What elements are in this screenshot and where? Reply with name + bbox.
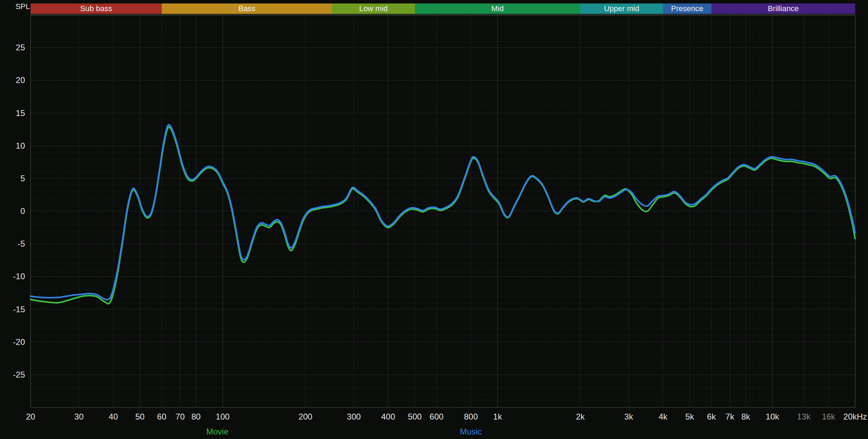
legend-music: Music bbox=[460, 427, 482, 437]
x-tick-7k: 7k bbox=[725, 412, 734, 422]
x-tick-400: 400 bbox=[381, 412, 395, 422]
frequency-response-chart bbox=[0, 0, 868, 439]
x-tick-1k: 1k bbox=[493, 412, 502, 422]
y-tick--15: -15 bbox=[13, 305, 25, 314]
x-tick-16k: 16k bbox=[822, 412, 835, 422]
x-tick-10k: 10k bbox=[766, 412, 779, 422]
series-movie-curve bbox=[31, 127, 855, 304]
y-axis-tick-labels: 2520151050-5-10-15-20-25 bbox=[3, 0, 25, 439]
x-tick-100: 100 bbox=[216, 412, 229, 422]
chart-grid bbox=[31, 15, 855, 407]
y-tick-10: 10 bbox=[16, 141, 25, 151]
x-axis-tick-labels: 203040506070801002003004005006008001k2k3… bbox=[0, 412, 868, 423]
y-tick--25: -25 bbox=[13, 370, 25, 380]
x-tick-3k: 3k bbox=[624, 412, 633, 422]
x-tick-20: 20 bbox=[26, 412, 35, 422]
x-tick-6k: 6k bbox=[707, 412, 716, 422]
y-tick--20: -20 bbox=[13, 337, 25, 347]
series-music-curve bbox=[31, 125, 855, 300]
y-tick-0: 0 bbox=[20, 206, 25, 216]
x-tick-80: 80 bbox=[191, 412, 201, 422]
chart-curves bbox=[31, 125, 855, 304]
x-tick-500: 500 bbox=[408, 412, 422, 422]
x-tick-50: 50 bbox=[135, 412, 145, 422]
x-tick-300: 300 bbox=[347, 412, 361, 422]
x-tick-13k: 13k bbox=[797, 412, 811, 422]
x-tick-200: 200 bbox=[299, 412, 312, 422]
x-tick-20kHz: 20kHz bbox=[843, 412, 867, 422]
x-tick-60: 60 bbox=[157, 412, 166, 422]
x-tick-600: 600 bbox=[429, 412, 443, 422]
x-tick-5k: 5k bbox=[685, 412, 694, 422]
x-tick-30: 30 bbox=[74, 412, 84, 422]
y-tick--5: -5 bbox=[18, 239, 25, 249]
x-tick-800: 800 bbox=[464, 412, 478, 422]
y-tick-20: 20 bbox=[16, 75, 25, 85]
x-tick-2k: 2k bbox=[576, 412, 585, 422]
x-tick-8k: 8k bbox=[741, 412, 750, 422]
y-tick-5: 5 bbox=[20, 174, 25, 183]
x-tick-4k: 4k bbox=[659, 412, 667, 422]
y-tick-15: 15 bbox=[16, 108, 25, 118]
legend-movie: Movie bbox=[206, 427, 228, 437]
y-tick-25: 25 bbox=[16, 43, 25, 52]
x-tick-70: 70 bbox=[175, 412, 185, 422]
x-tick-40: 40 bbox=[109, 412, 118, 422]
frequency-response-screen: SPL Sub bassBassLow midMidUpper midPrese… bbox=[0, 0, 868, 439]
y-tick--10: -10 bbox=[13, 272, 25, 281]
